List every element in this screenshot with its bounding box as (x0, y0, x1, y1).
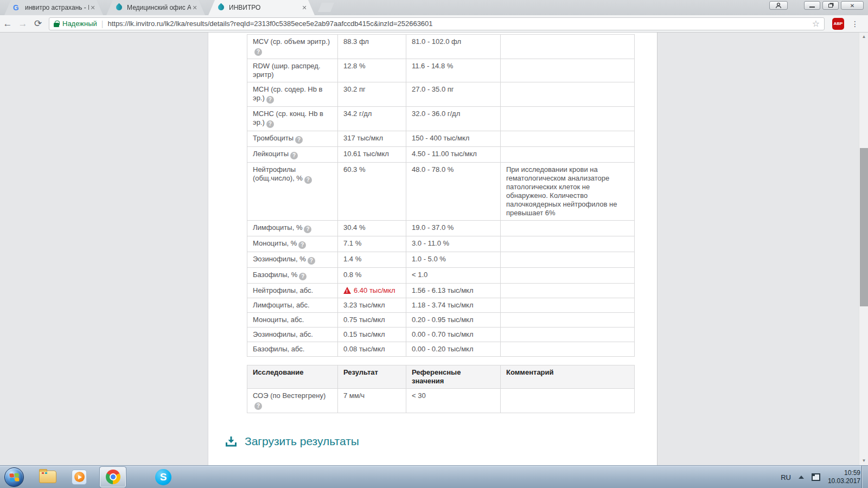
tab-invitro-active[interactable]: ИНВИТРО ✕ (208, 0, 315, 15)
tab-close-icon[interactable]: ✕ (301, 4, 308, 11)
tab-close-icon[interactable]: ✕ (89, 4, 97, 11)
table-row: Эозинофилы, абс.0.15 тыс/мкл0.00 - 0.70 … (247, 328, 634, 342)
comment-cell (501, 284, 634, 298)
help-icon[interactable]: ? (254, 48, 262, 56)
table-row: Лимфоциты, %?30.4 %19.0 - 37.0 % (247, 221, 634, 236)
help-icon[interactable]: ? (304, 176, 312, 184)
comment-cell (501, 328, 634, 342)
esr-table-body: СОЭ (по Вестергрену)?7 мм/ч< 30 (247, 389, 634, 413)
result-cell: 10.61 тыс/мкл (338, 147, 406, 162)
test-name: Базофилы, абс. (253, 345, 304, 353)
tab-medical-office[interactable]: Медицинский офис Аст ✕ (106, 0, 205, 15)
close-button[interactable]: ✕ (841, 1, 864, 10)
table-row: СОЭ (по Вестергрену)?7 мм/ч< 30 (247, 389, 634, 413)
test-name: RDW (шир. распред. эритр) (253, 62, 321, 79)
page-viewport: MCV (ср. объем эритр.)?88.3 фл81.0 - 102… (0, 33, 868, 465)
test-name-cell: Базофилы, абс. (247, 342, 338, 356)
language-indicator[interactable]: RU (781, 473, 791, 481)
test-name-cell: Нейтрофилы (общ.число), %? (247, 163, 338, 220)
tab-title: инвитро астрахань - По (25, 4, 89, 11)
test-name: Лимфоциты, абс. (253, 301, 310, 309)
reference-cell: 48.0 - 78.0 % (406, 163, 501, 220)
bookmark-star-icon[interactable]: ☆ (812, 18, 820, 29)
result-cell: 60.3 % (338, 163, 406, 220)
scroll-down-icon[interactable]: ▼ (859, 457, 868, 465)
help-icon[interactable]: ? (295, 136, 303, 144)
help-icon[interactable]: ? (266, 96, 274, 104)
test-name-cell: Нейтрофилы, абс. (247, 284, 338, 298)
help-icon[interactable]: ? (308, 257, 315, 265)
restore-button[interactable] (822, 1, 839, 10)
help-icon[interactable]: ? (298, 241, 306, 249)
adblock-extension-icon[interactable]: ABP (832, 18, 844, 30)
taskbar-explorer-button[interactable] (39, 471, 56, 483)
chrome-icon (106, 470, 120, 484)
test-name: Моноциты, абс. (253, 316, 304, 324)
reference-cell: 4.50 - 11.00 тыс/мкл (406, 147, 501, 162)
test-name-cell: Лимфоциты, абс. (247, 298, 338, 312)
test-name-cell: Моноциты, абс. (247, 313, 338, 327)
help-icon[interactable]: ? (304, 226, 311, 233)
help-icon[interactable]: ? (299, 273, 307, 280)
secure-lock-icon[interactable] (54, 21, 59, 27)
table-row: Моноциты, абс.0.75 тыс/мкл0.20 - 0.95 ты… (247, 313, 634, 328)
test-name-cell: RDW (шир. распред. эритр) (247, 59, 338, 82)
result-cell: 1.4 % (338, 252, 406, 267)
browser-toolbar: ← → ⟳ Надежный | https://lk.invitro.ru/l… (0, 15, 868, 33)
new-tab-button[interactable] (318, 3, 334, 12)
reference-cell: 0.00 - 0.20 тыс/мкл (406, 342, 501, 356)
reference-cell: 1.18 - 3.74 тыс/мкл (406, 298, 501, 312)
help-icon[interactable]: ? (266, 120, 274, 128)
test-name-cell: Лейкоциты? (247, 147, 338, 162)
column-header: Комментарий (501, 365, 634, 388)
test-name-cell: Эозинофилы, %? (247, 252, 338, 267)
result-value: 7 мм/ч (343, 391, 365, 400)
taskbar-media-player-button[interactable] (72, 470, 87, 485)
test-name-cell: СОЭ (по Вестергрену)? (247, 389, 338, 413)
help-icon[interactable]: ? (254, 402, 262, 410)
url-text[interactable]: https://lk.invitro.ru/lk2/lka/results/de… (107, 20, 808, 28)
tab-search[interactable]: G инвитро астрахань - По ✕ (4, 0, 103, 15)
forward-button[interactable]: → (15, 18, 30, 29)
reference-cell: 0.20 - 0.95 тыс/мкл (406, 313, 501, 327)
table-row: Базофилы, %?0.8 %< 1.0 (247, 268, 634, 284)
table-row: Моноциты, %?7.1 %3.0 - 11.0 % (247, 236, 634, 252)
comment-cell (501, 147, 634, 162)
result-cell: 0.75 тыс/мкл (338, 313, 406, 327)
invitro-favicon-icon (217, 3, 226, 12)
scrollbar-thumb[interactable] (860, 148, 868, 306)
taskbar-skype-button[interactable]: S (141, 469, 171, 485)
page-scrollbar[interactable]: ▲ ▼ (859, 33, 868, 465)
table-row: RDW (шир. распред. эритр)12.8 %11.6 - 14… (247, 59, 634, 82)
start-button[interactable] (4, 467, 24, 487)
reference-cell: 3.0 - 11.0 % (406, 236, 501, 252)
test-name: MCH (ср. содер. Hb в эр.) (253, 85, 323, 102)
test-name: Моноциты, % (253, 239, 297, 247)
tab-close-icon[interactable]: ✕ (191, 4, 199, 11)
tray-expand-icon[interactable] (799, 476, 804, 479)
tab-title: Медицинский офис Аст (127, 4, 191, 11)
comment-cell (501, 298, 634, 312)
network-icon[interactable] (812, 473, 820, 481)
profile-button[interactable] (769, 1, 788, 10)
comment-cell (501, 313, 634, 327)
help-icon[interactable]: ? (290, 152, 298, 159)
scroll-up-icon[interactable]: ▲ (859, 33, 868, 41)
security-label[interactable]: Надежный (62, 20, 97, 28)
warning-icon: ! (343, 287, 351, 294)
column-header: Исследование (247, 365, 338, 388)
show-desktop-button[interactable] (861, 466, 868, 488)
results-table-body: MCV (ср. объем эритр.)?88.3 фл81.0 - 102… (247, 35, 634, 356)
chrome-menu-icon[interactable]: ⋮ (850, 20, 860, 28)
back-button[interactable]: ← (0, 18, 15, 29)
minimize-button[interactable] (804, 1, 820, 10)
address-bar[interactable]: Надежный | https://lk.invitro.ru/lk2/lka… (49, 17, 825, 30)
comment-cell (501, 107, 634, 131)
taskbar-chrome-button-active[interactable] (100, 467, 126, 487)
taskbar-clock[interactable]: 10:59 10.03.2017 (828, 469, 860, 485)
comment-cell (501, 268, 634, 283)
download-results-link[interactable]: Загрузить результаты (225, 435, 359, 448)
clock-time: 10:59 (828, 469, 860, 477)
reload-button[interactable]: ⟳ (30, 18, 46, 29)
minimize-icon (809, 7, 815, 8)
